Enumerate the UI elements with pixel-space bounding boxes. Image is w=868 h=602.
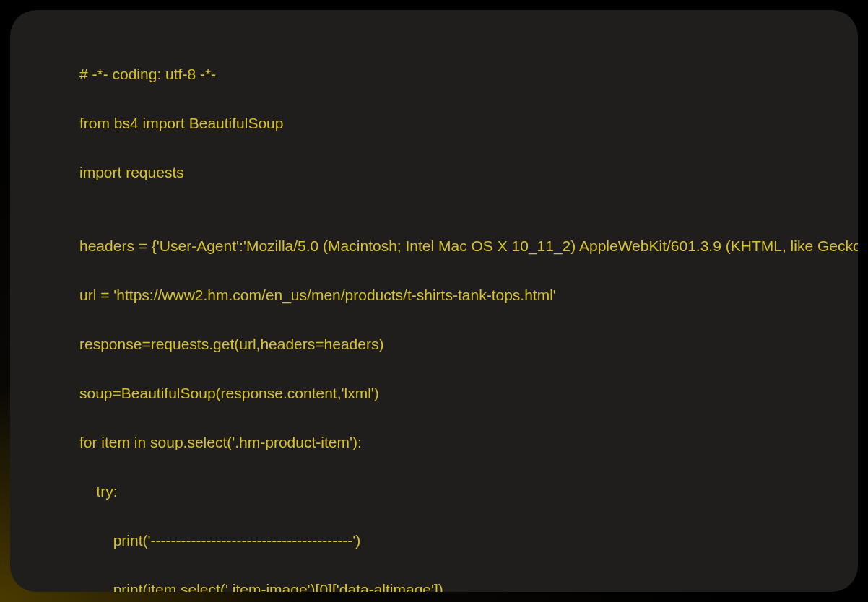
code-card: # -*- coding: utf-8 -*- from bs4 import … [10,10,858,592]
code-line: print('---------------------------------… [79,528,858,553]
code-line: print(item.select('.item-image')[0]['dat… [79,577,858,592]
code-line: url = 'https://www2.hm.com/en_us/men/pro… [79,283,858,307]
code-block: # -*- coding: utf-8 -*- from bs4 import … [10,38,858,592]
code-line: response=requests.get(url,headers=header… [79,332,858,357]
code-line: from bs4 import BeautifulSoup [79,111,858,136]
code-line: import requests [79,160,858,185]
code-line: for item in soup.select('.hm-product-ite… [79,430,858,455]
code-line: try: [79,479,858,504]
code-line: headers = {'User-Agent':'Mozilla/5.0 (Ma… [79,234,858,258]
code-line: # -*- coding: utf-8 -*- [79,62,858,87]
code-line: soup=BeautifulSoup(response.content,'lxm… [79,381,858,406]
